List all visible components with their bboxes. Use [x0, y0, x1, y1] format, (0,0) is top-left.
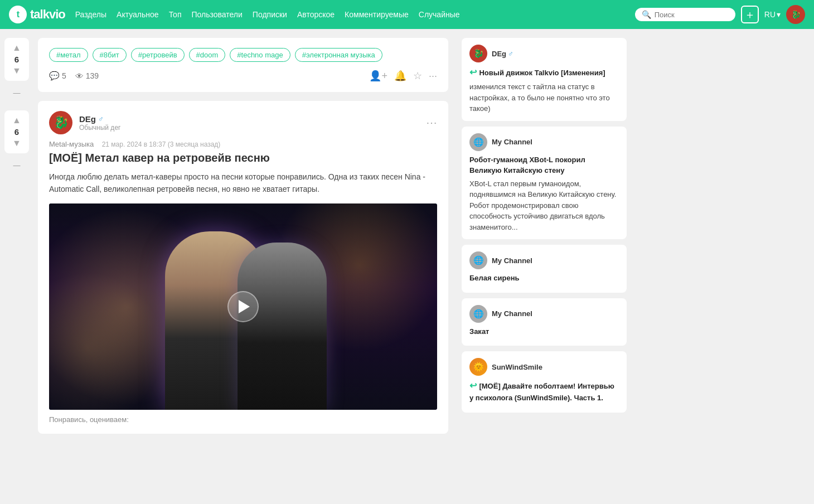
logo[interactable]: t talkvio: [9, 6, 65, 23]
post-channel: Metal-музыка 21 мар. 2024 в 18:37 (3 мес…: [49, 140, 437, 148]
comments-count: 💬 5: [49, 71, 66, 81]
figure-right: [238, 243, 327, 410]
tag-doom[interactable]: #doom: [189, 48, 226, 62]
eye-icon: 👁: [75, 71, 84, 81]
sidebar-post-0: 🐉DEg♂↩ Новый движок Talkvio [Изменения]и…: [462, 38, 627, 121]
bookmark-button[interactable]: ☆: [413, 70, 422, 82]
downvote-button-2[interactable]: ▼: [10, 138, 23, 149]
gender-icon: ♂: [98, 115, 104, 123]
sidebar-post-title-0[interactable]: ↩ Новый движок Talkvio [Изменения]: [469, 66, 619, 79]
nav-link-авторское[interactable]: Авторское: [297, 10, 335, 19]
sidebar-author-name-2: My Channel: [492, 256, 532, 265]
follow-button[interactable]: 👤+: [369, 70, 387, 82]
tag-8бит[interactable]: #8бит: [93, 48, 127, 62]
meta-actions: 👤+ 🔔 ☆ ···: [369, 70, 437, 82]
sidebar-post-content-2: Белая сирень: [469, 273, 619, 284]
sidebar-post-1: 🌐My ChannelРобот-гуманоид XBot-L покорил…: [462, 127, 627, 240]
tag-techno-mage[interactable]: #techno mage: [230, 48, 290, 62]
sidebar-post-title-1[interactable]: Робот-гуманоид XBot-L покорил Великую Ки…: [469, 154, 619, 176]
notification-button[interactable]: 🔔: [394, 70, 406, 82]
sidebar-post-header-0: 🐉DEg♂: [469, 45, 619, 62]
logo-icon: t: [9, 6, 27, 23]
sidebar-post-4: 🌞SunWindSmile↩ [МОЁ] Давайте поболтаем! …: [462, 351, 627, 413]
author-subtitle: Обычный дег: [79, 124, 419, 132]
post-more-button[interactable]: ⋯: [426, 116, 437, 129]
play-triangle-icon: [239, 300, 250, 313]
video-container[interactable]: [49, 203, 437, 410]
vote-minus-1[interactable]: —: [13, 89, 21, 97]
sidebar-author-name-1: My Channel: [492, 138, 532, 146]
sidebar-post-content-0: ↩ Новый движок Talkvio [Изменения]измени…: [469, 66, 619, 114]
sidebar-post-title-2[interactable]: Белая сирень: [469, 273, 619, 284]
post-body: Иногда люблю делать метал-каверы просто …: [49, 171, 437, 196]
reply-arrow-icon-4: ↩: [469, 381, 479, 390]
search-input[interactable]: [655, 11, 729, 19]
sidebar-post-header-2: 🌐My Channel: [469, 251, 619, 269]
more-options-button[interactable]: ···: [429, 70, 437, 82]
avatar-emoji: 🐉: [54, 115, 69, 130]
post-date: 21 мар. 2024 в 18:37 (3 месяца назад): [102, 140, 221, 148]
upvote-button-1[interactable]: ▲: [10, 42, 23, 54]
main-nav: РазделыАктуальноеТопПользователиПодписки…: [75, 10, 460, 19]
main-content: #метал#8бит#ретровейв#doom#techno mage#э…: [33, 29, 457, 504]
nav-link-разделы[interactable]: Разделы: [75, 10, 106, 19]
post-footer-text: Понравись, оцениваем:: [49, 415, 437, 424]
tag-ретровейв[interactable]: #ретровейв: [131, 48, 185, 62]
search-box[interactable]: 🔍: [635, 8, 735, 21]
vote-box-2: ▲ 6 ▼: [4, 110, 29, 153]
post-author-avatar: 🐉: [49, 111, 72, 134]
nav-link-комментируемые[interactable]: Комментируемые: [345, 10, 409, 19]
nav-link-актуальное[interactable]: Актуальное: [117, 10, 159, 19]
sidebar-avatar-0: 🐉: [469, 45, 487, 62]
vote-count-1: 6: [14, 55, 19, 64]
logo-text: talkvio: [30, 7, 65, 22]
vote-box-1: ▲ 6 ▼: [4, 38, 29, 81]
tag-метал[interactable]: #метал: [49, 48, 88, 62]
article-card: 🐉 DEg ♂ Обычный дег ⋯ Metal-музыка 21 ма…: [38, 101, 448, 434]
sidebar-post-content-3: Закат: [469, 326, 619, 337]
header-right: 🔍 ＋ RU ▾ 🐉: [635, 5, 805, 24]
sidebar-post-body-0: изменился текст с тайтла на статус в нас…: [469, 81, 619, 114]
vote-count-2: 6: [14, 127, 19, 137]
reply-arrow-icon-0: ↩: [469, 67, 479, 77]
nav-link-случайные[interactable]: Случайные: [419, 10, 460, 19]
user-avatar-header[interactable]: 🐉: [786, 5, 805, 24]
sidebar-post-body-1: XBot-L стал первым гуманоидом, поднявшим…: [469, 178, 619, 233]
nav-link-пользователи[interactable]: Пользователи: [191, 10, 242, 19]
tags-list: #метал#8бит#ретровейв#doom#techno mage#э…: [49, 48, 437, 62]
header: t talkvio РазделыАктуальноеТопПользовате…: [0, 0, 814, 29]
left-sidebar: ▲ 6 ▼ — ▲ 6 ▼ —: [0, 29, 33, 178]
sidebar-avatar-4: 🌞: [469, 358, 487, 376]
comment-icon: 💬: [49, 71, 60, 81]
sidebar-post-title-4[interactable]: ↩ [МОЁ] Давайте поболтаем! Интервью у пс…: [469, 379, 619, 404]
video-thumbnail: [49, 203, 437, 410]
tags-meta-card: #метал#8бит#ретровейв#doom#techno mage#э…: [38, 38, 448, 92]
post-meta-bar: 💬 5 👁 139 👤+ 🔔 ☆ ···: [49, 70, 437, 82]
downvote-button-1[interactable]: ▼: [10, 65, 23, 76]
nav-link-подписки[interactable]: Подписки: [253, 10, 287, 19]
upvote-button-2[interactable]: ▲: [10, 115, 23, 126]
add-button[interactable]: ＋: [741, 6, 759, 23]
right-sidebar: 🐉DEg♂↩ Новый движок Talkvio [Изменения]и…: [457, 29, 636, 504]
views-count: 👁 139: [75, 71, 99, 81]
sidebar-avatar-1: 🌐: [469, 133, 487, 151]
sidebar-post-header-1: 🌐My Channel: [469, 133, 619, 151]
sidebar-post-3: 🌐My ChannelЗакат: [462, 298, 627, 346]
post-header: 🐉 DEg ♂ Обычный дег ⋯: [49, 111, 437, 134]
play-button[interactable]: [227, 291, 259, 322]
nav-link-топ[interactable]: Топ: [169, 10, 182, 19]
sidebar-avatar-3: 🌐: [469, 305, 487, 323]
lang-switcher[interactable]: RU ▾: [764, 10, 781, 19]
gender-icon-0: ♂: [508, 50, 513, 58]
sidebar-post-2: 🌐My ChannelБелая сирень: [462, 245, 627, 293]
sidebar-post-title-3[interactable]: Закат: [469, 326, 619, 337]
tag-электронная-музыка[interactable]: #электронная музыка: [295, 48, 382, 62]
search-icon: 🔍: [642, 10, 651, 19]
sidebar-post-header-3: 🌐My Channel: [469, 305, 619, 323]
sidebar-post-content-4: ↩ [МОЁ] Давайте поболтаем! Интервью у пс…: [469, 379, 619, 404]
post-title: [МОЁ] Метал кавер на ретровейв песню: [49, 151, 437, 165]
sidebar-author-name-0: DEg♂: [492, 50, 513, 58]
vote-minus-2[interactable]: —: [13, 161, 21, 169]
post-author-info: DEg ♂ Обычный дег: [79, 114, 419, 132]
chevron-down-icon: ▾: [777, 10, 781, 19]
